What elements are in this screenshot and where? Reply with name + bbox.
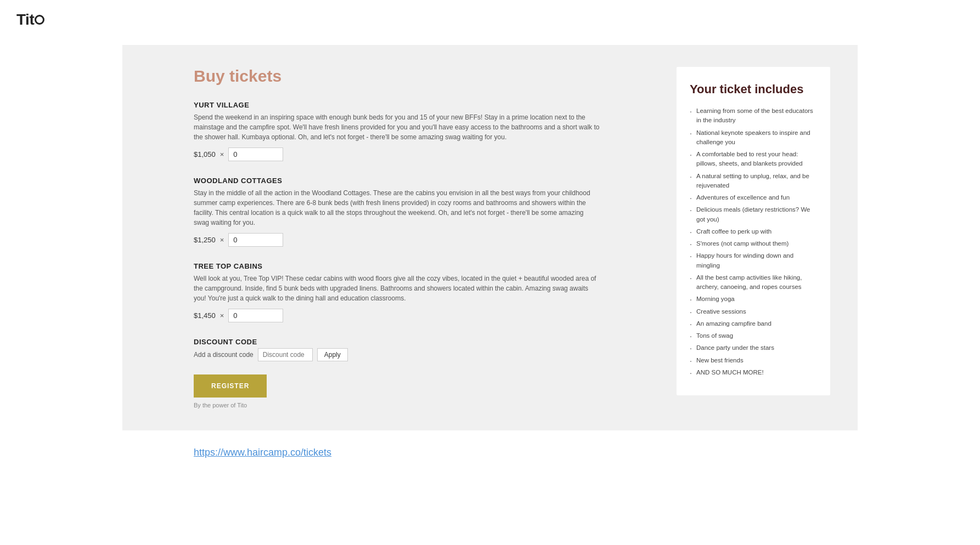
list-item: Dance party under the stars	[690, 343, 817, 353]
list-item: National keynote speakers to inspire and…	[690, 128, 817, 147]
discount-label: Add a discount code	[194, 351, 254, 359]
ticket-price-woodland-cottages: $1,250	[194, 236, 216, 244]
ticket-name-yurt-village: YURT VILLAGE	[194, 101, 644, 109]
powered-by: By the power of Tito	[194, 402, 644, 408]
ticket-price-row-yurt-village: $1,050 ×	[194, 147, 644, 161]
list-item: Tons of swag	[690, 331, 817, 340]
ticket-price-row-woodland-cottages: $1,250 ×	[194, 233, 644, 247]
list-item: S'mores (not camp without them)	[690, 239, 817, 248]
logo-text: Tit	[16, 11, 34, 28]
ticket-qty-input-tree-top-cabins[interactable]	[228, 309, 283, 322]
register-button[interactable]: REGISTER	[194, 374, 267, 398]
ticket-desc-yurt-village: Spend the weekend in an inspiring space …	[194, 112, 600, 142]
buy-tickets-title: Buy tickets	[194, 67, 644, 86]
logo-icon	[35, 15, 44, 25]
multiply-sign-tree-top-cabins: ×	[220, 311, 224, 320]
multiply-sign-woodland-cottages: ×	[220, 236, 224, 244]
includes-title: Your ticket includes	[690, 82, 817, 96]
list-item: AND SO MUCH MORE!	[690, 368, 817, 377]
ticket-price-row-tree-top-cabins: $1,450 ×	[194, 309, 644, 322]
header: Tit	[0, 0, 980, 39]
list-item: New best friends	[690, 356, 817, 365]
ticket-qty-input-yurt-village[interactable]	[228, 147, 283, 161]
left-panel: Buy tickets YURT VILLAGE Spend the weeke…	[194, 67, 644, 408]
list-item: Delicious meals (dietary restrictions? W…	[690, 205, 817, 224]
discount-title: DISCOUNT CODE	[194, 338, 644, 346]
discount-section: DISCOUNT CODE Add a discount code Apply	[194, 338, 644, 361]
footer-link[interactable]: https://www.haircamp.co/tickets	[194, 447, 331, 458]
list-item: Learning from some of the best educators…	[690, 106, 817, 126]
includes-list: Learning from some of the best educators…	[690, 106, 817, 377]
right-panel: Your ticket includes Learning from some …	[677, 67, 830, 395]
main-container: Buy tickets YURT VILLAGE Spend the weeke…	[122, 45, 858, 430]
ticket-name-woodland-cottages: WOODLAND COTTAGES	[194, 177, 644, 185]
list-item: A comfortable bed to rest your head: pil…	[690, 150, 817, 169]
list-item: Morning yoga	[690, 294, 817, 304]
list-item: All the best camp activities like hiking…	[690, 273, 817, 292]
ticket-desc-tree-top-cabins: Well look at you, Tree Top VIP! These ce…	[194, 274, 600, 303]
list-item: Happy hours for winding down and minglin…	[690, 251, 817, 270]
discount-input[interactable]	[258, 348, 313, 361]
ticket-name-tree-top-cabins: TREE TOP CABINS	[194, 262, 644, 270]
ticket-section-yurt-village: YURT VILLAGE Spend the weekend in an ins…	[194, 101, 644, 161]
ticket-desc-woodland-cottages: Stay in the middle of all the action in …	[194, 188, 600, 228]
ticket-section-woodland-cottages: WOODLAND COTTAGES Stay in the middle of …	[194, 177, 644, 247]
list-item: A natural setting to unplug, relax, and …	[690, 172, 817, 191]
apply-button[interactable]: Apply	[317, 348, 348, 361]
ticket-qty-input-woodland-cottages[interactable]	[228, 233, 283, 247]
ticket-section-tree-top-cabins: TREE TOP CABINS Well look at you, Tree T…	[194, 262, 644, 322]
ticket-price-yurt-village: $1,050	[194, 150, 216, 158]
multiply-sign-yurt-village: ×	[220, 150, 224, 158]
ticket-price-tree-top-cabins: $1,450	[194, 311, 216, 320]
list-item: Adventures of excellence and fun	[690, 193, 817, 202]
list-item: Creative sessions	[690, 307, 817, 316]
discount-row: Add a discount code Apply	[194, 348, 644, 361]
footer-link-container: https://www.haircamp.co/tickets	[122, 436, 858, 469]
list-item: Craft coffee to perk up with	[690, 227, 817, 236]
logo: Tit	[16, 11, 964, 29]
list-item: An amazing campfire band	[690, 319, 817, 328]
